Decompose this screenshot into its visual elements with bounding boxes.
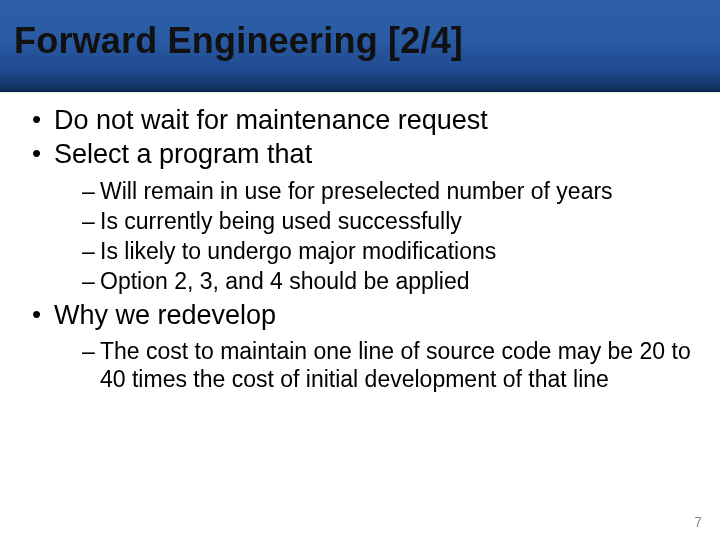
slide-content: Do not wait for maintenance request Sele… — [0, 92, 720, 393]
sub-bullet-text: Is likely to undergo major modifications — [100, 238, 496, 264]
slide-title-bar: Forward Engineering [2/4] — [0, 0, 720, 92]
page-number: 7 — [694, 514, 702, 530]
bullet-item: Do not wait for maintenance request — [32, 104, 702, 136]
sub-bullet-item: Option 2, 3, and 4 should be applied — [82, 267, 702, 295]
bullet-item: Why we redevelop The cost to maintain on… — [32, 299, 702, 393]
slide-title: Forward Engineering [2/4] — [14, 20, 463, 62]
sub-bullet-item: The cost to maintain one line of source … — [82, 337, 702, 393]
sub-bullet-item: Will remain in use for preselected numbe… — [82, 177, 702, 205]
sub-bullet-item: Is currently being used successfully — [82, 207, 702, 235]
sub-bullet-item: Is likely to undergo major modifications — [82, 237, 702, 265]
bullet-text: Why we redevelop — [54, 300, 276, 330]
bullet-text: Select a program that — [54, 139, 312, 169]
sub-bullet-text: Option 2, 3, and 4 should be applied — [100, 268, 470, 294]
bullet-list-level2: The cost to maintain one line of source … — [54, 337, 702, 393]
bullet-text: Do not wait for maintenance request — [54, 105, 488, 135]
bullet-list-level2: Will remain in use for preselected numbe… — [54, 177, 702, 295]
sub-bullet-text: The cost to maintain one line of source … — [100, 338, 691, 392]
sub-bullet-text: Is currently being used successfully — [100, 208, 462, 234]
sub-bullet-text: Will remain in use for preselected numbe… — [100, 178, 613, 204]
bullet-list-level1: Do not wait for maintenance request Sele… — [18, 104, 702, 393]
bullet-item: Select a program that Will remain in use… — [32, 138, 702, 295]
